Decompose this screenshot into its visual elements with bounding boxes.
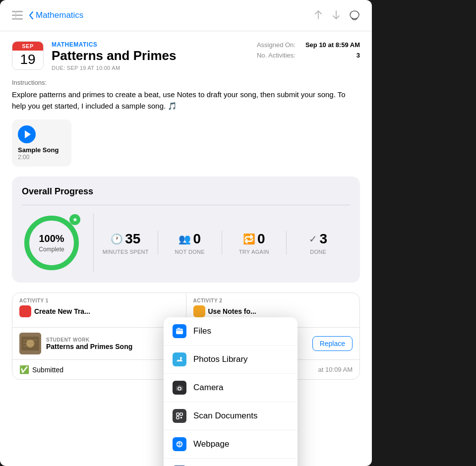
assigned-on-row: Assigned On: Sep 10 at 8:59 AM (257, 41, 360, 49)
song-name: Sample Song (18, 146, 59, 154)
done-value: 3 (319, 231, 327, 247)
scan-icon (173, 409, 186, 423)
svg-rect-14 (178, 328, 180, 329)
song-duration: 2:00 (18, 154, 29, 161)
progress-circle-container: ★ 100% Complete (22, 213, 94, 273)
circle-center-text: 100% Complete (39, 233, 64, 253)
camera-icon (173, 381, 186, 395)
header-section: SEP 19 MATHEMATICS Patterns and Primes D… (12, 41, 360, 71)
files-label: Files (193, 326, 211, 336)
instructions-label: Instructions: (12, 79, 360, 86)
webpage-icon (173, 437, 186, 451)
instructions-text: Explore patterns and primes to create a … (12, 89, 360, 112)
webpage-label: Webpage (193, 439, 229, 449)
scan-label: Scan Documents (193, 411, 257, 421)
percent-label: Complete (39, 246, 64, 253)
menu-item-webpage[interactable]: Webpage (164, 430, 298, 459)
not-done-stat: 👥 0 NOT DONE (158, 231, 223, 255)
play-button[interactable] (18, 125, 36, 143)
activities-label: No. Activities: (257, 52, 296, 59)
activities-row: No. Activities: 3 (257, 52, 360, 59)
activity-2-icon (193, 305, 205, 317)
activities-value: 3 (357, 52, 360, 59)
try-again-label: TRY AGAIN (239, 249, 269, 255)
camera-label: Camera (193, 383, 223, 393)
back-label: Mathematics (36, 10, 83, 20)
calendar-day: 19 (12, 51, 43, 69)
menu-item-files[interactable]: Files (164, 317, 298, 346)
minutes-top: 🕐 35 (111, 231, 140, 247)
svg-point-4 (350, 11, 359, 19)
svg-rect-12 (23, 346, 33, 347)
svg-rect-11 (23, 343, 35, 344)
svg-rect-20 (178, 385, 181, 387)
done-stat: ✓ 3 DONE (287, 231, 351, 255)
clock-icon: 🕐 (111, 233, 123, 245)
done-icon: ✓ (309, 233, 317, 245)
svg-rect-15 (176, 355, 183, 363)
svg-point-16 (180, 357, 182, 359)
comment-button[interactable] (347, 8, 362, 23)
menu-item-photos[interactable]: Photos Library (164, 346, 298, 374)
menu-item-bookmarks[interactable]: Bookmarks (164, 459, 298, 466)
submitted-icon: ✅ (19, 365, 29, 374)
progress-section: Overall Progress ★ 100% Complete (12, 176, 360, 283)
try-again-icon: 🔁 (243, 233, 255, 245)
prev-arrow-button[interactable] (311, 8, 325, 22)
activity-2-label: ACTIVITY 2 (193, 298, 353, 303)
files-icon (173, 324, 186, 338)
not-done-label: NOT DONE (175, 249, 205, 255)
activity-1-title: Create New Tra... (34, 307, 90, 315)
instructions-section: Instructions: Explore patterns and prime… (12, 79, 360, 112)
svg-rect-0 (12, 11, 23, 12)
due-date: DUE: SEP 19 AT 10:00 AM (52, 65, 249, 71)
svg-rect-1 (12, 15, 23, 16)
not-done-top: 👥 0 (178, 231, 201, 247)
meta-info: Assigned On: Sep 10 at 8:59 AM No. Activ… (257, 41, 360, 59)
replace-button[interactable]: Replace (312, 336, 353, 351)
progress-divider (22, 205, 350, 205)
nav-arrows (311, 8, 362, 23)
sample-song-card[interactable]: Sample Song 2:00 (12, 119, 71, 167)
nav-bar: Mathematics (0, 0, 372, 31)
done-label: DONE (310, 249, 326, 255)
done-top: ✓ 3 (309, 231, 327, 247)
menu-item-camera[interactable]: Camera (164, 374, 298, 402)
play-icon (25, 130, 31, 138)
try-again-stat: 🔁 0 TRY AGAIN (222, 231, 287, 255)
progress-circle: ★ 100% Complete (22, 213, 81, 273)
activity-1[interactable]: ACTIVITY 1 Create New Tra... (12, 293, 186, 327)
calendar-icon: SEP 19 (12, 41, 44, 70)
activity-1-label: ACTIVITY 1 (19, 298, 179, 303)
back-button[interactable]: Mathematics (29, 10, 83, 20)
not-done-icon: 👥 (178, 233, 191, 245)
minutes-stat: 🕐 35 MINUTES SPENT (94, 231, 158, 255)
progress-stats: ★ 100% Complete 🕐 35 MINUTES SPENT (22, 213, 350, 273)
svg-rect-10 (23, 340, 37, 341)
assigned-on-label: Assigned On: (257, 41, 296, 49)
svg-rect-25 (180, 417, 182, 418)
minutes-label: MINUTES SPENT (103, 249, 149, 255)
submitted-time: at 10:09 AM (318, 366, 353, 373)
activity-2-title: Use Notes fo... (208, 307, 256, 315)
next-arrow-button[interactable] (329, 8, 343, 22)
assigned-on-value: Sep 10 at 8:59 AM (305, 41, 360, 49)
submitted-label: Submitted (32, 366, 63, 374)
assignment-title: Patterns and Primes (52, 48, 249, 63)
try-again-top: 🔁 0 (243, 231, 265, 247)
svg-rect-3 (15, 11, 16, 20)
sidebar-toggle-button[interactable] (10, 8, 25, 23)
subject-label: MATHEMATICS (52, 41, 249, 48)
progress-title: Overall Progress (22, 186, 350, 197)
right-dark-area (372, 0, 476, 466)
work-thumbnail (19, 333, 41, 354)
calendar-month: SEP (12, 42, 43, 51)
activity-1-icon (19, 305, 31, 317)
try-again-value: 0 (257, 231, 265, 247)
menu-item-scan[interactable]: Scan Documents (164, 402, 298, 430)
photos-label: Photos Library (193, 354, 248, 364)
svg-rect-13 (176, 329, 183, 334)
svg-rect-2 (12, 18, 23, 20)
percent-value: 100% (39, 233, 64, 244)
minutes-value: 35 (125, 231, 140, 247)
